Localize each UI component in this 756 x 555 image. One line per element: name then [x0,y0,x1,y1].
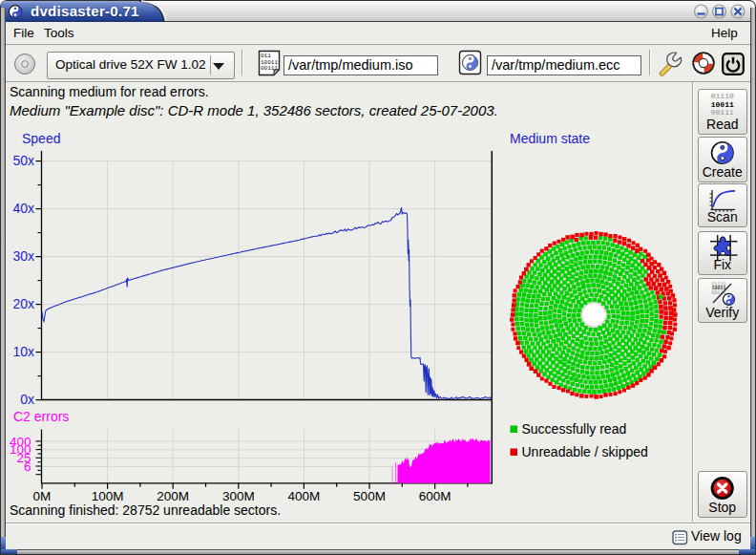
svg-text:Scanning finished: 28752 unrea: Scanning finished: 28752 unreadable sect… [10,502,281,518]
svg-text:40x: 40x [12,201,34,216]
svg-text:0x: 0x [20,392,34,407]
svg-text:20x: 20x [12,296,34,311]
svg-text:10x: 10x [12,344,34,359]
svg-text:Successfully read: Successfully read [522,421,627,437]
svg-text:Unreadable / skipped: Unreadable / skipped [522,444,648,459]
svg-text:50x: 50x [12,153,34,168]
svg-text:30x: 30x [12,248,34,264]
svg-text:C2 errors: C2 errors [13,409,69,424]
svg-text:00111: 00111 [261,65,278,72]
svg-text:500M: 500M [353,489,386,503]
svg-text:Speed: Speed [22,131,60,146]
svg-text:6: 6 [24,459,32,474]
svg-text:400M: 400M [288,489,321,503]
svg-text:Medium state: Medium state [510,131,590,146]
svg-text:600M: 600M [419,489,452,503]
